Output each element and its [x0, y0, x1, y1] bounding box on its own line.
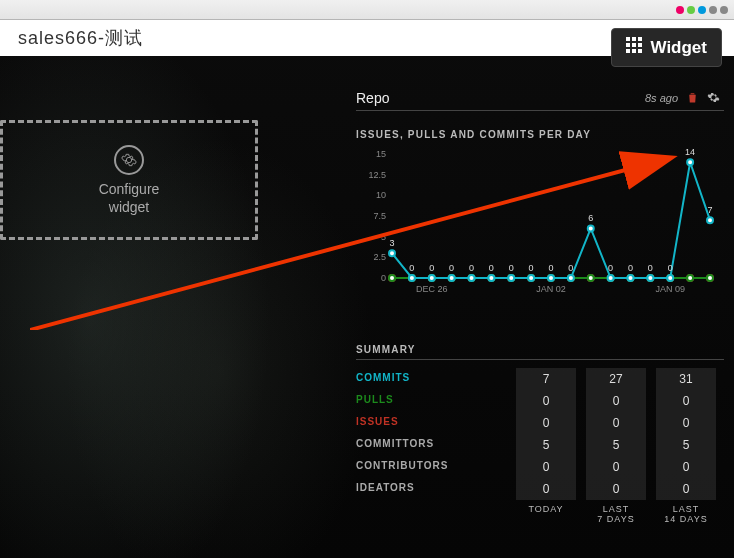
svg-text:0: 0	[509, 263, 514, 273]
svg-text:7: 7	[707, 205, 712, 215]
row-commits-col1: 27	[586, 368, 646, 390]
svg-point-62	[608, 275, 614, 281]
svg-text:0: 0	[529, 263, 534, 273]
svg-rect-4	[632, 43, 636, 47]
svg-point-49	[687, 275, 693, 281]
svg-point-50	[707, 275, 713, 281]
repo-panel: Repo 8s ago ISSUES, PULLS AND COMMITS PE…	[356, 90, 724, 524]
svg-rect-2	[638, 37, 642, 41]
page-title: sales666-测试	[18, 26, 143, 50]
svg-text:0: 0	[668, 263, 673, 273]
chart-heading: ISSUES, PULLS AND COMMITS PER DAY	[356, 129, 724, 140]
row-contributors-col0: 0	[516, 456, 576, 478]
grid-icon	[626, 37, 642, 58]
row-issues-col1: 0	[586, 412, 646, 434]
svg-point-57	[508, 275, 514, 281]
svg-rect-0	[626, 37, 630, 41]
row-committors-label: COMMITTORS	[356, 434, 506, 456]
configure-sub: widget	[109, 199, 149, 215]
extension-icon[interactable]	[676, 6, 684, 14]
svg-rect-1	[632, 37, 636, 41]
summary-col-head: TODAY	[516, 500, 576, 524]
svg-text:0: 0	[489, 263, 494, 273]
row-pulls-col0: 0	[516, 390, 576, 412]
svg-point-44	[588, 275, 594, 281]
extension-icon[interactable]	[720, 6, 728, 14]
updated-ago: 8s ago	[645, 92, 678, 104]
svg-text:0: 0	[648, 263, 653, 273]
svg-rect-7	[632, 49, 636, 53]
svg-text:0: 0	[608, 263, 613, 273]
svg-point-65	[667, 275, 673, 281]
svg-point-34	[389, 275, 395, 281]
svg-point-51	[389, 250, 395, 256]
chart-area: 02.557.51012.515300000000060000147DEC 26…	[356, 148, 724, 308]
line-chart: 02.557.51012.515300000000060000147DEC 26…	[356, 148, 716, 308]
svg-text:0: 0	[568, 263, 573, 273]
row-pulls-label: PULLS	[356, 390, 506, 412]
configure-widget-box[interactable]: Configure widget	[0, 120, 258, 240]
row-committors-col2: 5	[656, 434, 716, 456]
svg-text:0: 0	[429, 263, 434, 273]
svg-text:15: 15	[376, 149, 386, 159]
summary-col-head: LAST7 DAYS	[586, 500, 646, 524]
row-committors-col1: 5	[586, 434, 646, 456]
svg-text:JAN 02: JAN 02	[536, 284, 566, 294]
row-commits-col0: 7	[516, 368, 576, 390]
svg-point-61	[588, 225, 594, 231]
widget-button[interactable]: Widget	[611, 28, 722, 67]
configure-label: Configure	[99, 181, 160, 197]
svg-point-63	[628, 275, 634, 281]
svg-text:10: 10	[376, 190, 386, 200]
svg-text:JAN 09: JAN 09	[655, 284, 685, 294]
svg-text:5: 5	[381, 232, 386, 242]
svg-point-52	[409, 275, 415, 281]
row-committors-col0: 5	[516, 434, 576, 456]
svg-text:0: 0	[449, 263, 454, 273]
svg-text:0: 0	[628, 263, 633, 273]
svg-text:12.5: 12.5	[368, 170, 386, 180]
svg-text:14: 14	[685, 148, 695, 157]
summary-heading: SUMMARY	[356, 344, 724, 355]
row-issues-label: ISSUES	[356, 412, 506, 434]
browser-chrome	[0, 0, 734, 20]
row-ideators-label: IDEATORS	[356, 478, 506, 500]
divider	[356, 110, 724, 111]
svg-point-56	[488, 275, 494, 281]
svg-text:0: 0	[548, 263, 553, 273]
svg-text:0: 0	[381, 273, 386, 283]
row-commits-label: COMMITS	[356, 368, 506, 390]
svg-rect-6	[626, 49, 630, 53]
row-ideators-col2: 0	[656, 478, 716, 500]
trash-icon[interactable]	[686, 91, 699, 106]
svg-point-64	[647, 275, 653, 281]
extension-icon[interactable]	[709, 6, 717, 14]
svg-rect-5	[638, 43, 642, 47]
row-commits-col2: 31	[656, 368, 716, 390]
row-issues-col0: 0	[516, 412, 576, 434]
svg-text:DEC 26: DEC 26	[416, 284, 448, 294]
svg-point-67	[707, 217, 713, 223]
svg-text:6: 6	[588, 213, 593, 223]
extension-icon[interactable]	[698, 6, 706, 14]
svg-point-54	[449, 275, 455, 281]
row-ideators-col1: 0	[586, 478, 646, 500]
svg-text:0: 0	[409, 263, 414, 273]
svg-text:7.5: 7.5	[373, 211, 386, 221]
svg-point-53	[429, 275, 435, 281]
divider	[356, 359, 724, 360]
svg-point-60	[568, 275, 574, 281]
extension-icon[interactable]	[687, 6, 695, 14]
svg-point-59	[548, 275, 554, 281]
row-issues-col2: 0	[656, 412, 716, 434]
dashboard: sales666-测试 Widget Configure widget Repo…	[0, 20, 734, 558]
row-ideators-col0: 0	[516, 478, 576, 500]
svg-text:3: 3	[389, 238, 394, 248]
row-pulls-col2: 0	[656, 390, 716, 412]
gear-icon	[114, 145, 144, 175]
svg-point-58	[528, 275, 534, 281]
gear-icon[interactable]	[707, 91, 720, 106]
row-contributors-label: CONTRIBUTORS	[356, 456, 506, 478]
svg-point-55	[469, 275, 475, 281]
svg-point-66	[687, 159, 693, 165]
